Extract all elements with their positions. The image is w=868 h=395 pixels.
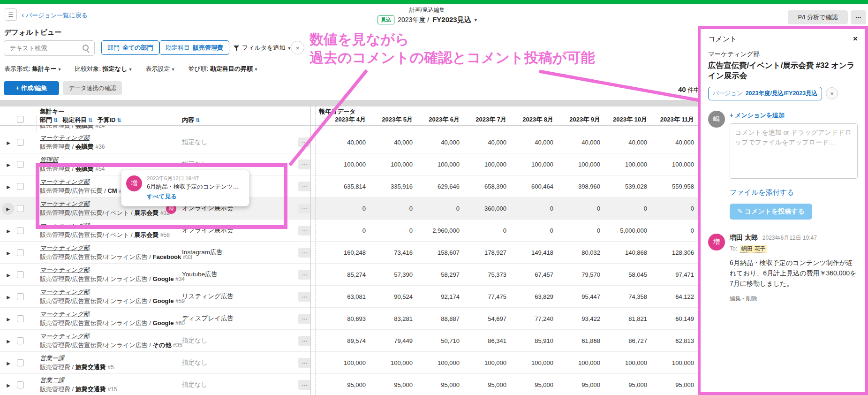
month-value-cell: 0 (647, 227, 694, 234)
sort-order-dropdown[interactable]: 並び順: 勘定科目の昇順▾ (189, 65, 257, 73)
row-more-button[interactable]: ⋯ (298, 292, 311, 302)
sort-icon-active[interactable]: ⇅ (88, 117, 92, 123)
row-more-button[interactable]: ⋯ (298, 358, 311, 368)
close-icon[interactable]: × (853, 35, 858, 43)
remove-version-filter-button[interactable]: × (826, 87, 838, 99)
display-format-dropdown[interactable]: 表示形式: 集計キー▾ (4, 65, 61, 73)
expand-row-icon[interactable]: ▶ (4, 292, 13, 302)
month-value-cell: 40,000 (506, 139, 553, 146)
add-filter-button[interactable]: フィルタを追加 ▾ (234, 44, 291, 52)
row-more-button[interactable]: ⋯ (298, 137, 311, 147)
search-input[interactable] (9, 44, 81, 52)
row-more-button[interactable]: ⋯ (298, 380, 311, 390)
month-value-cell: 0 (553, 227, 600, 234)
row-checkbox[interactable] (17, 381, 24, 388)
column-content[interactable]: 内容 (182, 116, 194, 123)
edit-comment-link[interactable]: 編集 (730, 295, 741, 302)
month-value-cell: 79,570 (553, 271, 600, 278)
row-checkbox[interactable] (17, 271, 24, 278)
department-link[interactable]: マーケティング部 (40, 310, 90, 319)
expand-row-icon[interactable]: ▶ (4, 138, 13, 147)
chevron-down-icon: ▾ (288, 46, 291, 51)
department-link[interactable]: 営業二課 (40, 376, 64, 385)
row-checkbox[interactable] (17, 315, 24, 322)
sort-icon[interactable]: ⇅ (196, 117, 200, 123)
expand-row-icon[interactable]: ▶ (4, 182, 13, 191)
add-mention-link[interactable]: + メンションを追加 (730, 112, 785, 119)
department-link[interactable]: マーケティング部 (40, 266, 90, 274)
expand-row-icon[interactable]: ▶ (4, 314, 13, 324)
expand-row-icon[interactable]: ▶ (4, 226, 13, 235)
row-more-button[interactable]: ⋯ (298, 204, 311, 213)
department-link[interactable]: マーケティング部 (40, 244, 90, 252)
version-filter-chip[interactable]: バージョン 2023年度/見込/FY2023見込 (708, 87, 822, 100)
comment-input[interactable] (730, 123, 858, 179)
expand-row-icon[interactable]: ▶ (2, 203, 14, 215)
chevron-down-icon[interactable]: ▾ (475, 17, 477, 23)
account-path: 販売管理費/広告宣伝費/オンライン広告 / Google #34 (40, 275, 185, 283)
expand-row-icon[interactable]: ▶ (4, 380, 13, 390)
month-values: 000360,0000000 (319, 198, 694, 219)
plus-icon: + (730, 112, 733, 119)
department-link[interactable]: マーケティング部 (40, 332, 90, 341)
select-all-checkbox[interactable] (17, 116, 24, 123)
department-link[interactable]: マーケティング部 (40, 178, 90, 186)
filter-chip-account[interactable]: 勘定科目販売管理費 (159, 40, 229, 55)
see-all-comments-link[interactable]: すべて見る (147, 193, 177, 201)
row-more-button[interactable]: ⋯ (298, 160, 311, 169)
attach-file-link[interactable]: ファイルを添付する (730, 188, 858, 197)
department-link[interactable]: 営業一課 (40, 354, 64, 363)
expand-row-icon[interactable]: ▶ (4, 160, 13, 169)
expand-row-icon[interactable]: ▶ (4, 336, 13, 346)
department-link[interactable]: マーケティング部 (40, 222, 90, 230)
back-to-version-list-link[interactable]: ‹バージョン一覧に戻る (22, 11, 88, 20)
sort-icon[interactable]: ⇅ (53, 117, 58, 123)
filter-chip-department[interactable]: 部門全ての部門 (101, 40, 159, 55)
display-settings-dropdown[interactable]: 表示設定▾ (145, 65, 174, 73)
month-value-cell: 83,281 (366, 315, 413, 322)
column-account[interactable]: 勘定科目 (62, 116, 87, 123)
row-more-button[interactable]: ⋯ (298, 248, 311, 258)
post-comment-button[interactable]: ✎ コメントを投稿する (730, 204, 812, 220)
department-link[interactable]: マーケティング部 (40, 134, 90, 142)
row-checkbox[interactable] (17, 161, 24, 168)
data-link-check-button[interactable]: データ連携の確認 (63, 81, 122, 95)
row-checkbox[interactable] (17, 183, 24, 190)
compare-target-dropdown[interactable]: 比較対象: 指定なし▾ (75, 65, 132, 73)
department-link[interactable]: 管理部 (40, 156, 58, 164)
delete-comment-link[interactable]: 削除 (746, 295, 757, 302)
hamburger-menu-icon[interactable]: ☰ (5, 8, 17, 21)
create-edit-button[interactable]: + 作成/編集 (4, 81, 59, 95)
version-name[interactable]: FY2023見込 (432, 15, 471, 24)
column-budget-id[interactable]: 予算ID (97, 116, 115, 123)
row-more-button[interactable]: ⋯ (298, 314, 311, 324)
department-link[interactable]: マーケティング部 (40, 288, 90, 296)
row-checkbox[interactable] (17, 293, 24, 300)
expand-row-icon[interactable]: ▶ (4, 358, 13, 368)
mentioned-user[interactable]: 嶋田 花子 (740, 245, 767, 253)
row-checkbox[interactable] (17, 139, 24, 146)
forecast-badge: 見込 (377, 15, 394, 24)
expand-row-icon[interactable]: ▶ (4, 270, 13, 280)
row-more-button[interactable]: ⋯ (298, 336, 311, 346)
row-more-button[interactable]: ⋯ (298, 182, 311, 191)
month-column-header: 2023年 7月 (460, 115, 506, 124)
row-checkbox[interactable] (17, 249, 24, 256)
month-values: 635,814335,916629,646658,390600,464398,9… (319, 175, 694, 197)
row-more-button[interactable]: ⋯ (298, 226, 311, 235)
column-department[interactable]: 部門 (40, 116, 52, 123)
sort-icon[interactable]: ⇅ (117, 117, 121, 123)
department-link[interactable]: マーケティング部 (40, 200, 90, 208)
row-more-button[interactable]: ⋯ (298, 270, 311, 280)
row-checkbox[interactable] (17, 337, 24, 344)
record-count: 40 件中 (678, 85, 700, 94)
account-path: 販売管理費/広告宣伝費/イベント / 展示会費 #58 (40, 231, 170, 239)
row-checkbox[interactable] (17, 205, 24, 212)
pl-analysis-button[interactable]: P/L分析で確認 (788, 10, 848, 24)
expand-row-icon[interactable]: ▶ (4, 248, 13, 258)
clear-filters-button[interactable]: × (291, 41, 304, 54)
month-value-cell: 86,341 (460, 337, 506, 344)
row-checkbox[interactable] (17, 359, 24, 366)
header-more-button[interactable]: ⋯ (851, 10, 866, 24)
row-checkbox[interactable] (17, 227, 24, 234)
